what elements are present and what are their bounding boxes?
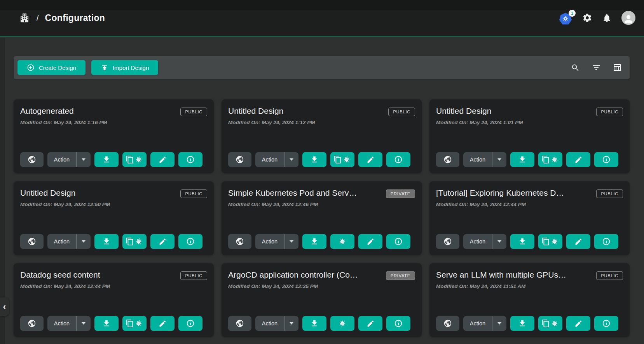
action-button[interactable]: Action [47, 234, 76, 249]
download-button[interactable] [94, 234, 119, 249]
clone-button[interactable] [122, 234, 147, 249]
action-dropdown-toggle[interactable] [284, 234, 298, 249]
visibility-badge: PUBLIC [180, 271, 207, 280]
action-dropdown-toggle[interactable] [76, 234, 91, 249]
download-button[interactable] [94, 316, 119, 331]
visibility-globe-button[interactable] [20, 234, 44, 249]
meshery-swirl-icon [342, 155, 351, 164]
design-title: Untitled Design [20, 188, 110, 198]
design-modified-date: Modified On: May 24, 2024 12:35 PM [228, 283, 358, 289]
chevron-down-icon [497, 322, 501, 325]
edit-pencil-icon [574, 238, 583, 246]
edit-button[interactable] [358, 152, 382, 167]
edit-pencil-icon [159, 156, 167, 164]
edit-button[interactable] [150, 152, 175, 167]
import-design-button[interactable]: Import Design [91, 60, 158, 75]
clone-button[interactable] [122, 152, 147, 167]
clone-button[interactable] [122, 316, 147, 331]
download-icon [310, 155, 319, 164]
notifications-button[interactable] [602, 13, 612, 23]
info-button[interactable] [594, 316, 618, 331]
action-button[interactable]: Action [463, 316, 492, 331]
edit-pencil-icon [367, 238, 375, 246]
visibility-globe-button[interactable] [20, 152, 44, 167]
edit-button[interactable] [358, 234, 382, 249]
edit-button[interactable] [566, 316, 590, 331]
action-button[interactable]: Action [463, 234, 492, 249]
edit-button[interactable] [150, 316, 175, 331]
action-button[interactable]: Action [255, 234, 284, 249]
filter-button[interactable] [592, 63, 601, 72]
meshery-swirl-icon [134, 319, 143, 328]
action-button[interactable]: Action [47, 152, 76, 167]
clone-button[interactable] [538, 234, 562, 249]
info-button[interactable] [594, 152, 618, 167]
info-button[interactable] [178, 316, 202, 331]
action-button[interactable]: Action [255, 316, 284, 331]
card-action-bar: Action [228, 234, 415, 249]
clone-button[interactable] [330, 234, 354, 249]
info-button[interactable] [178, 234, 202, 249]
clone-button[interactable] [538, 316, 562, 331]
action-dropdown-toggle[interactable] [284, 316, 298, 331]
download-button[interactable] [510, 316, 534, 331]
globe-icon [28, 319, 36, 328]
visibility-globe-button[interactable] [436, 152, 459, 167]
action-dropdown-toggle[interactable] [492, 234, 506, 249]
download-button[interactable] [302, 316, 326, 331]
kubernetes-context-button[interactable]: 1 [559, 12, 572, 24]
create-design-button[interactable]: Create Design [17, 60, 86, 75]
table-view-button[interactable] [613, 63, 622, 72]
visibility-globe-button[interactable] [228, 152, 251, 167]
action-dropdown-toggle[interactable] [76, 316, 91, 331]
clone-button[interactable] [330, 316, 354, 331]
action-split-button: Action [47, 234, 91, 249]
info-button[interactable] [386, 316, 410, 331]
card-action-bar: Action [436, 234, 623, 249]
chevron-down-icon [497, 158, 501, 161]
action-dropdown-toggle[interactable] [492, 316, 506, 331]
download-button[interactable] [94, 152, 119, 167]
copy-icon [333, 155, 342, 164]
sidebar-expand-tab[interactable]: ‹ [0, 297, 9, 316]
search-button[interactable] [571, 63, 580, 72]
visibility-globe-button[interactable] [228, 234, 251, 249]
meshery-swirl-icon [338, 237, 347, 246]
action-button[interactable]: Action [255, 152, 284, 167]
edit-button[interactable] [566, 152, 590, 167]
visibility-badge: PUBLIC [180, 189, 207, 198]
clone-button[interactable] [538, 152, 562, 167]
import-design-label: Import Design [113, 64, 149, 71]
info-button[interactable] [386, 234, 410, 249]
download-button[interactable] [510, 152, 534, 167]
download-button[interactable] [302, 234, 326, 249]
edit-button[interactable] [150, 234, 175, 249]
design-modified-date: Modified On: May 24, 2024 1:12 PM [228, 120, 315, 125]
design-card: Serve an LLM with multiple GPUs… Modifie… [429, 263, 630, 337]
action-button[interactable]: Action [463, 152, 492, 167]
user-avatar-button[interactable] [621, 11, 635, 25]
visibility-globe-button[interactable] [436, 316, 459, 331]
visibility-globe-button[interactable] [228, 316, 251, 331]
filter-icon [592, 63, 601, 72]
toolbar-icon-group [571, 63, 624, 72]
design-title: Simple Kubernetes Pod and Serv… [228, 188, 357, 198]
info-button[interactable] [386, 152, 410, 167]
action-button[interactable]: Action [47, 316, 76, 331]
action-dropdown-toggle[interactable] [76, 152, 91, 167]
organization-icon[interactable] [19, 12, 30, 24]
header-actions: 1 [559, 11, 635, 25]
download-button[interactable] [302, 152, 326, 167]
info-button[interactable] [178, 152, 202, 167]
visibility-globe-button[interactable] [436, 234, 459, 249]
settings-button[interactable] [582, 13, 592, 23]
visibility-globe-button[interactable] [20, 316, 44, 331]
action-dropdown-toggle[interactable] [284, 152, 298, 167]
edit-button[interactable] [566, 234, 590, 249]
download-button[interactable] [510, 234, 534, 249]
edit-button[interactable] [358, 316, 382, 331]
action-dropdown-toggle[interactable] [492, 152, 506, 167]
info-button[interactable] [594, 234, 618, 249]
clone-button[interactable] [330, 152, 354, 167]
info-icon [394, 319, 403, 328]
